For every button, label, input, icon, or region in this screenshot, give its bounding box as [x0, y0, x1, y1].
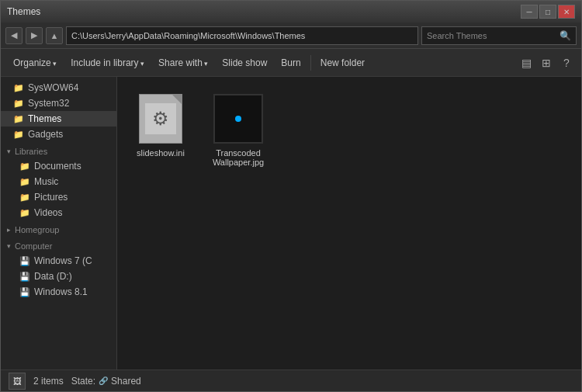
up-button[interactable]: ▲ — [46, 27, 63, 44]
sidebar-item-label: Music — [34, 176, 58, 187]
sidebar-item-label: Pictures — [34, 192, 68, 203]
homegroup-label: Homegroup — [15, 225, 59, 234]
sidebar-item-system32[interactable]: 📁 System32 — [1, 95, 116, 111]
sidebar: 📁 SysWOW64 📁 System32 📁 Themes 📁 Gadgets… — [1, 77, 117, 369]
sidebar-item-label: Videos — [34, 207, 62, 218]
sidebar-item-syswow64[interactable]: 📁 SysWOW64 — [1, 80, 116, 95]
sidebar-item-label: Documents — [34, 161, 81, 172]
toolbar-separator — [310, 55, 311, 71]
sidebar-item-gadgets[interactable]: 📁 Gadgets — [1, 127, 116, 142]
computer-label: Computer — [15, 241, 52, 251]
minimize-button[interactable]: ─ — [521, 5, 538, 19]
folder-icon: 📁 — [19, 193, 30, 203]
folder-icon: 📁 — [13, 83, 24, 93]
computer-header: ▾ Computer — [1, 237, 116, 253]
jpg-file-thumbnail — [213, 94, 263, 144]
address-input[interactable]: C:\Users\Jerry\AppData\Roaming\Microsoft… — [66, 26, 418, 45]
file-icon-jpg — [213, 94, 263, 144]
sidebar-item-videos[interactable]: 📁 Videos — [1, 205, 116, 220]
grid-view-button[interactable]: ⊞ — [538, 54, 555, 71]
folder-icon: 📁 — [19, 208, 30, 218]
sidebar-item-label: SysWOW64 — [28, 82, 78, 93]
file-item-slideshow[interactable]: ⚙ slideshow.ini — [130, 89, 192, 162]
drive-icon: 💾 — [19, 272, 30, 282]
search-placeholder-text: Search Themes — [427, 31, 487, 40]
title-bar: Themes ─ □ ✕ — [1, 1, 581, 23]
sidebar-item-themes[interactable]: 📁 Themes — [1, 111, 116, 127]
sidebar-item-label: System32 — [28, 98, 69, 109]
sidebar-item-label: Gadgets — [28, 129, 63, 140]
close-button[interactable]: ✕ — [558, 5, 575, 19]
maximize-button[interactable]: □ — [539, 5, 556, 19]
drive-icon: 💾 — [19, 256, 30, 266]
window: Themes ─ □ ✕ ◀ ▶ ▲ C:\Users\Jerry\AppDat… — [0, 0, 582, 392]
libraries-label: Libraries — [15, 147, 47, 156]
burn-button[interactable]: Burn — [275, 54, 307, 71]
folder-icon: 📁 — [13, 99, 24, 109]
homegroup-header: ▸ Homegroup — [1, 220, 116, 237]
include-library-button[interactable]: Include in library — [64, 54, 151, 71]
sidebar-item-label: Data (D:) — [34, 271, 72, 282]
share-icon: 🔗 — [99, 376, 108, 385]
window-title: Themes — [7, 6, 514, 17]
new-folder-button[interactable]: New folder — [314, 54, 371, 71]
toolbar-right: ▤ ⊞ ? — [518, 54, 575, 71]
state-label: State: — [71, 376, 95, 387]
status-thumbnail-icon: 🖼 — [9, 373, 26, 390]
window-controls: ─ □ ✕ — [521, 5, 575, 19]
sidebar-item-datad[interactable]: 💾 Data (D:) — [1, 269, 116, 284]
ini-file-thumbnail: ⚙ — [139, 94, 182, 144]
folder-icon: 📁 — [19, 161, 30, 172]
file-area[interactable]: ⚙ slideshow.ini Transcoded Wallpaper.jpg — [117, 77, 581, 369]
back-button[interactable]: ◀ — [5, 27, 23, 44]
sidebar-item-label: Windows 7 (C — [34, 255, 92, 266]
file-label: slideshow.ini — [137, 148, 185, 158]
thumbnail-icon: 🖼 — [13, 376, 22, 386]
expand-icon: ▾ — [7, 242, 11, 250]
wallpaper-dot — [235, 116, 241, 122]
libraries-header: ▾ Libraries — [1, 142, 116, 158]
search-icon: 🔍 — [559, 30, 571, 41]
folder-icon: 📁 — [13, 114, 24, 124]
organize-button[interactable]: Organize — [7, 54, 63, 71]
sidebar-item-documents[interactable]: 📁 Documents — [1, 158, 116, 174]
sidebar-item-pictures[interactable]: 📁 Pictures — [1, 189, 116, 205]
view-toggle-button[interactable]: ▤ — [518, 54, 535, 71]
help-button[interactable]: ? — [558, 54, 575, 71]
forward-button[interactable]: ▶ — [26, 27, 43, 44]
search-input[interactable]: Search Themes 🔍 — [421, 26, 577, 45]
status-shared: State: 🔗 Shared — [71, 376, 141, 387]
slide-show-button[interactable]: Slide show — [216, 54, 273, 71]
file-item-wallpaper[interactable]: Transcoded Wallpaper.jpg — [207, 89, 269, 172]
sidebar-item-music[interactable]: 📁 Music — [1, 174, 116, 189]
folder-icon: 📁 — [13, 130, 24, 140]
sidebar-item-label: Windows 8.1 — [34, 286, 88, 297]
ini-icon-inner: ⚙ — [145, 103, 176, 134]
status-bar: 🖼 2 items State: 🔗 Shared — [1, 369, 581, 391]
address-path: C:\Users\Jerry\AppData\Roaming\Microsoft… — [71, 31, 305, 40]
expand-icon: ▾ — [7, 147, 11, 155]
drive-icon: 💾 — [19, 287, 30, 297]
file-label: Transcoded Wallpaper.jpg — [212, 148, 265, 167]
expand-icon: ▸ — [7, 226, 11, 234]
sidebar-item-label: Themes — [28, 113, 61, 124]
sidebar-item-windows81[interactable]: 💾 Windows 8.1 — [1, 284, 116, 300]
file-icon-ini: ⚙ — [136, 94, 185, 144]
main-content: 📁 SysWOW64 📁 System32 📁 Themes 📁 Gadgets… — [1, 77, 581, 369]
share-with-button[interactable]: Share with — [152, 54, 214, 71]
address-bar-row: ◀ ▶ ▲ C:\Users\Jerry\AppData\Roaming\Mic… — [1, 23, 581, 49]
gear-icon: ⚙ — [152, 108, 169, 130]
shared-label: Shared — [111, 376, 141, 387]
item-count: 2 items — [33, 376, 64, 387]
toolbar: Organize Include in library Share with S… — [1, 49, 581, 77]
sidebar-item-windows7[interactable]: 💾 Windows 7 (C — [1, 253, 116, 269]
folder-icon: 📁 — [19, 177, 30, 187]
